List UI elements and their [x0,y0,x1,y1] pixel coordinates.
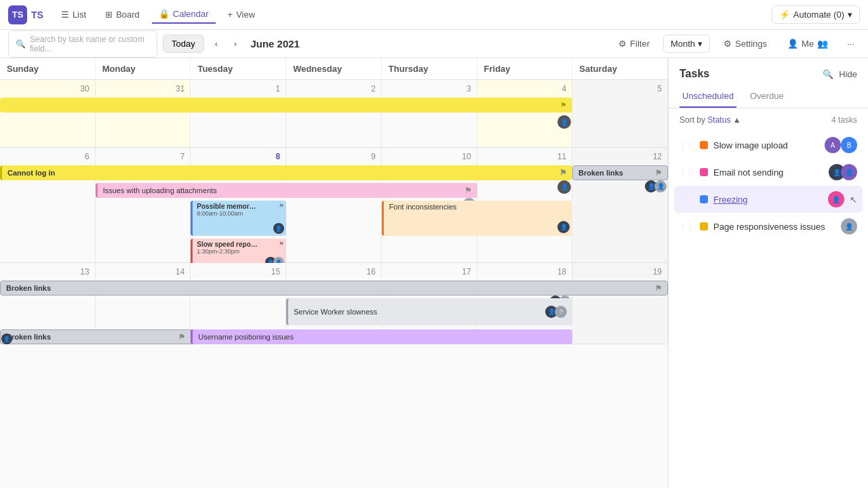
task-avatar-0: A [825,137,841,153]
task-item-2[interactable]: ⋮⋮ Freezing 👤 ↖ [674,186,863,213]
bl-bottom-avatars: 👤 [1,332,12,344]
day-header-friday: Friday [477,58,573,79]
nav-list-label: List [73,9,86,20]
event-name: Username positioning issues [198,333,294,341]
day-num-7: 7 [98,150,188,164]
av-1b: 👤 [841,164,857,180]
task-avatars-1: 👤 👤 [829,164,857,180]
task-item-3[interactable]: ⋮⋮ Page responsiveness issues 👤 [674,213,863,240]
day-header-saturday: Saturday [572,58,668,79]
week-row-2: 13 14 15 16 17 18 [0,263,668,344]
search-icon-tasks[interactable]: 🔍 [823,69,833,79]
week-row-0: 30 31 1 2 3 4 [0,80,668,148]
automate-button[interactable]: ⚡ Automate (0) ▾ [772,5,860,24]
task-name-2: Freezing [713,195,823,205]
day-header-monday: Monday [96,58,191,79]
task-item-0[interactable]: ⋮⋮ Slow image upload A B [674,131,863,159]
today-button[interactable]: Today [163,35,204,53]
broken-links-avatars: 👤 👤 [645,180,667,192]
event-name: Broken links [6,284,51,292]
task-count: 4 tasks [831,115,857,125]
tab-unscheduled[interactable]: Unscheduled [679,85,736,108]
task-status-dot-1 [700,168,708,176]
nav-view-label: View [236,9,255,20]
current-month-label: June 2021 [250,38,300,49]
sort-status-link[interactable]: Status [707,115,730,125]
tab-overdue[interactable]: Overdue [747,85,787,108]
automate-label: Automate (0) [793,9,844,20]
sw-av-2: ? [555,306,567,318]
day-cell-1: 1 [191,80,286,147]
sw-avatars: 👤 ? [545,306,567,318]
event-name: Broken links [6,333,51,341]
app-name: TS [31,9,43,20]
task-status-dot-2 [700,195,708,203]
lightning-icon: ⚡ [779,9,790,20]
task-status-dot-3 [700,222,708,230]
cannot-log-in-event-week0[interactable]: ⚑ [0,98,572,113]
list-icon: ☰ [61,9,69,20]
tasks-title: Tasks [679,68,709,80]
chevron-down-icon: ▾ [848,9,852,20]
tasks-panel: Tasks 🔍 Hide Unscheduled Overdue Sort by… [668,58,868,488]
more-button[interactable]: ··· [842,35,860,52]
task-list: ⋮⋮ Slow image upload A B ⋮⋮ Email not se… [669,131,868,488]
font-inconsistencies-event[interactable]: Font inconsistencies 👤 [382,201,573,236]
day-num-11: 11 [480,150,570,164]
event-time: 1:30pm-2:30pm [197,248,282,255]
filter-button[interactable]: ⚙ Filter [612,35,656,52]
cannot-log-in-event-week1[interactable]: Cannot log in ⚑ [0,165,572,180]
week-row-1: 6 7 8 9 10 11 [0,148,668,263]
task-status-dot-0 [700,141,708,149]
settings-button[interactable]: ⚙ Settings [717,35,774,52]
me-button[interactable]: 👤 Me 👥 [781,35,835,52]
task-avatar-3: 👤 [841,218,857,235]
day-header-sunday: Sunday [0,58,96,79]
flag-icon: ⚑ [178,333,185,342]
day-cell-2: 2 [286,80,382,147]
day-num-5: 5 [575,83,665,96]
app-logo-icon: TS [8,5,27,24]
av-bl-2: 👤 [654,180,667,192]
search-box[interactable]: 🔍 Search by task name or custom field... [8,30,157,58]
broken-links-bottom[interactable]: Broken links ⚑ [0,329,191,344]
avatar1: 👤 [273,223,284,234]
day-cell-3: 3 [382,80,477,147]
task-item-1[interactable]: ⋮⋮ Email not sending 👤 👤 [674,159,863,186]
day-num-30: 30 [3,83,92,96]
flag-icon: ⚑ [559,168,567,178]
tasks-header-actions: 🔍 Hide [823,69,857,79]
top-nav: TS TS ☰ List ⊞ Board 🔒 Calendar + View ⚡… [0,0,868,30]
broken-links-week2[interactable]: Broken links ⚑ [0,281,668,296]
day-cell-31: 31 [96,80,191,147]
issues-uploading-event[interactable]: Issues with uploading attachments ⚑ [96,183,477,198]
calendar-body: 30 31 1 2 3 4 [0,80,668,488]
hide-button[interactable]: Hide [839,69,857,79]
nav-list[interactable]: ☰ List [54,6,93,23]
day-num-8: 8 [193,150,283,164]
day-header-tuesday: Tuesday [191,58,286,79]
calendar-icon: 🔒 [159,9,170,19]
event-name: Font inconsistencies [389,203,568,211]
nav-view[interactable]: + View [221,6,262,23]
lock-icon: ⚑ [279,203,284,209]
cursor-icon: ↖ [850,195,857,205]
month-button[interactable]: Month ▾ [663,35,710,53]
service-worker-event[interactable]: Service Worker slowness 👤 ? [286,298,572,325]
nav-calendar[interactable]: 🔒 Calendar [152,5,216,24]
prev-month-button[interactable]: ‹ [210,35,223,52]
flag-icon: ⚑ [560,101,567,110]
day-num-18: 18 [480,266,570,279]
nav-board[interactable]: ⊞ Board [98,6,146,23]
username-positioning-event[interactable]: Username positioning issues [191,329,572,344]
next-month-button[interactable]: › [229,35,242,52]
day-num-3: 3 [384,83,474,96]
possible-memory-event[interactable]: Possible memor… 8:00am-10:00am 👤 ⚑ [191,201,286,236]
avatar-font: 👤 [557,221,570,233]
font-avatar: 👤 [557,221,570,233]
tasks-tabs: Unscheduled Overdue [669,85,868,108]
week-grid-0: 30 31 1 2 3 4 [0,80,668,148]
tasks-sort: Sort by Status ▲ 4 tasks [669,108,868,131]
broken-links-sat-event[interactable]: Broken links ⚑ [572,165,668,180]
day-num-16: 16 [289,266,378,279]
